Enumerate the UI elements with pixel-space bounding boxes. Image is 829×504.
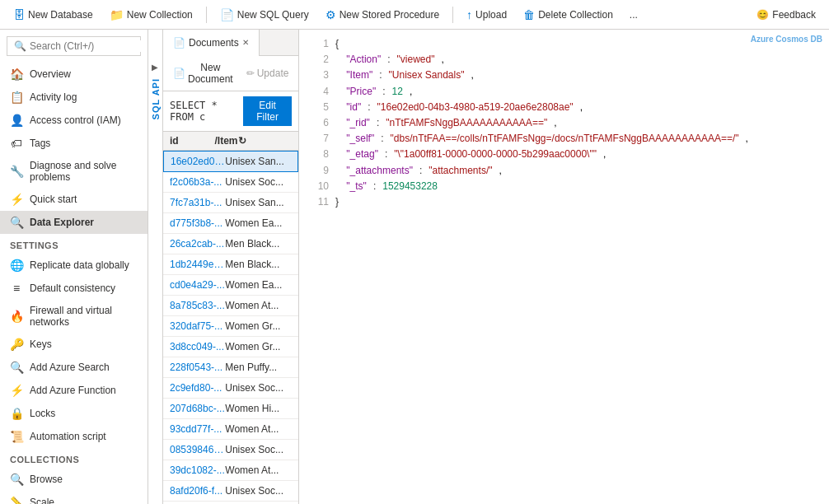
refresh-icon[interactable]: ↻ xyxy=(238,135,292,147)
new-database-button[interactable]: 🗄 New Database xyxy=(7,5,100,25)
json-line-5: 5 "id": "16e02ed0-04b3-4980-a519-20ae6e2… xyxy=(312,100,816,115)
expand-arrow[interactable]: ▶ xyxy=(152,63,158,72)
table-row[interactable]: d775f3b8-... Women Ea... xyxy=(163,213,298,234)
table-row[interactable]: 2c9efd80-... Unisex Soc... xyxy=(163,378,298,399)
json-line-6: 6 "_rid": "nTtFAMFsNggBAAAAAAAAAAA==", xyxy=(312,115,816,131)
new-document-button[interactable]: 📄 New Document xyxy=(168,59,238,87)
keys-icon: 🔑 xyxy=(10,338,23,351)
collections-section-label: COLLECTIONS xyxy=(0,448,148,468)
sidebar-item-azure-search[interactable]: 🔍 Add Azure Search xyxy=(0,356,148,379)
table-row[interactable]: 16e02ed0-... Unisex San... xyxy=(163,151,298,172)
query-text: SELECT * FROM c xyxy=(170,100,238,123)
feedback-icon: 😊 xyxy=(756,9,769,21)
table-row[interactable]: cd0e4a29-... Women Ea... xyxy=(163,275,298,296)
delete-collection-button[interactable]: 🗑 Delete Collection xyxy=(517,5,620,25)
sidebar-item-firewall[interactable]: 🔥 Firewall and virtual networks xyxy=(0,300,148,333)
overview-icon: 🏠 xyxy=(10,68,23,81)
table-row[interactable]: 3d8cc049-... Women Gr... xyxy=(163,337,298,357)
sidebar: 🔍 🏠 Overview 📋 Activity log 👤 Access con… xyxy=(0,30,148,504)
sidebar-item-scale[interactable]: 📏 Scale xyxy=(0,491,148,504)
search-box[interactable]: 🔍 xyxy=(7,36,141,56)
new-document-icon: 📄 xyxy=(173,68,185,79)
json-line-2: 2 "Action": "viewed", xyxy=(312,52,816,68)
sidebar-item-overview[interactable]: 🏠 Overview xyxy=(0,63,148,86)
sidebar-item-diagnose[interactable]: 🔧 Diagnose and solve problems xyxy=(0,155,148,188)
documents-tab-close[interactable]: ✕ xyxy=(242,38,249,47)
json-panel: Azure Cosmos DB 1 { 2 "Action": "viewed"… xyxy=(299,30,829,504)
update-button[interactable]: ✏ Update xyxy=(241,65,294,82)
table-row[interactable]: 320daf75-... Women Gr... xyxy=(163,316,298,337)
edit-filter-button[interactable]: Edit Filter xyxy=(243,96,292,126)
sidebar-item-activity-log[interactable]: 📋 Activity log xyxy=(0,86,148,109)
query-bar: SELECT * FROM c Edit Filter xyxy=(163,91,298,132)
more-options-button[interactable]: ... xyxy=(623,6,644,24)
top-toolbar: 🗄 New Database 📁 New Collection 📄 New SQ… xyxy=(0,0,829,30)
table-row[interactable]: 8afd20f6-f... Unisex Soc... xyxy=(163,481,298,502)
data-explorer-icon: 🔍 xyxy=(10,216,23,229)
search-input[interactable] xyxy=(30,40,148,52)
table-row[interactable]: 7fc7a31b-... Unisex San... xyxy=(163,193,298,213)
docs-list: 16e02ed0-... Unisex San... f2c06b3a-... … xyxy=(163,151,298,504)
sidebar-item-access-control[interactable]: 👤 Access control (IAM) xyxy=(0,109,148,132)
diagnose-icon: 🔧 xyxy=(10,165,23,178)
table-row[interactable]: 228f0543-... Men Puffy... xyxy=(163,357,298,378)
docs-tabs: 📄 Documents ✕ xyxy=(163,30,298,56)
json-line-7: 7 "_self": "dbs/nTtFAA==/colls/nTtFAMFsN… xyxy=(312,131,816,147)
access-control-icon: 👤 xyxy=(10,114,23,127)
table-row[interactable]: 08539846-... Unisex Soc... xyxy=(163,440,298,460)
stored-procedure-icon: ⚙ xyxy=(326,8,336,21)
sidebar-item-locks[interactable]: 🔒 Locks xyxy=(0,402,148,425)
table-row[interactable]: 207d68bc-... Women Hi... xyxy=(163,399,298,419)
new-collection-button[interactable]: 📁 New Collection xyxy=(103,5,199,25)
new-collection-icon: 📁 xyxy=(110,8,124,21)
feedback-button[interactable]: 😊 Feedback xyxy=(750,6,822,24)
divider-1 xyxy=(206,7,207,23)
sidebar-item-quick-start[interactable]: ⚡ Quick start xyxy=(0,188,148,211)
table-row[interactable]: f2c06b3a-... Unisex Soc... xyxy=(163,172,298,193)
json-editor: Azure Cosmos DB 1 { 2 "Action": "viewed"… xyxy=(299,30,829,504)
sql-api-label: SQL API xyxy=(151,78,161,119)
json-line-9: 9 "_attachments": "attachments/", xyxy=(312,163,816,179)
documents-tab[interactable]: 📄 Documents ✕ xyxy=(163,30,260,56)
sidebar-item-data-explorer[interactable]: 🔍 Data Explorer xyxy=(0,211,148,234)
sidebar-item-automation[interactable]: 📜 Automation script xyxy=(0,425,148,448)
table-row[interactable]: 26ca2cab-... Men Black... xyxy=(163,234,298,254)
documents-tab-icon: 📄 xyxy=(173,37,185,49)
sidebar-item-consistency[interactable]: ≡ Default consistency xyxy=(0,277,148,300)
docs-list-header: id /Item ↻ xyxy=(163,132,298,151)
json-line-4: 4 "Price": 12, xyxy=(312,84,816,100)
sidebar-item-azure-function[interactable]: ⚡ Add Azure Function xyxy=(0,379,148,402)
docs-toolbar: 📄 New Document ✏ Update ↩ Discard 📄 Dele… xyxy=(163,56,298,91)
sidebar-nav: 🏠 Overview 📋 Activity log 👤 Access contr… xyxy=(0,63,148,504)
sidebar-item-browse[interactable]: 🔍 Browse xyxy=(0,468,148,491)
consistency-icon: ≡ xyxy=(10,282,23,295)
json-line-3: 3 "Item": "Unisex Sandals", xyxy=(312,68,816,83)
json-line-8: 8 "_etag": "\"1a00ff81-0000-0000-0000-5b… xyxy=(312,147,816,162)
sidebar-item-replicate[interactable]: 🌐 Replicate data globally xyxy=(0,254,148,277)
scale-icon: 📏 xyxy=(10,496,23,504)
sidebar-item-tags[interactable]: 🏷 Tags xyxy=(0,132,148,155)
delete-collection-icon: 🗑 xyxy=(523,8,535,21)
table-row[interactable]: 8a785c83-... Women At... xyxy=(163,296,298,316)
divider-2 xyxy=(452,7,453,23)
main-layout: 🔍 🏠 Overview 📋 Activity log 👤 Access con… xyxy=(0,30,829,504)
sql-api-panel[interactable]: ▶ SQL API xyxy=(148,30,163,504)
upload-icon: ↑ xyxy=(466,8,472,21)
sidebar-item-keys[interactable]: 🔑 Keys xyxy=(0,333,148,356)
update-icon: ✏ xyxy=(246,68,255,79)
json-line-10: 10 "_ts": 1529453228 xyxy=(312,179,816,194)
table-row[interactable]: 1db2449e-... Men Black... xyxy=(163,254,298,275)
json-line-11: 11 } xyxy=(312,194,816,210)
new-stored-procedure-button[interactable]: ⚙ New Stored Procedure xyxy=(319,5,446,25)
settings-section-label: SETTINGS xyxy=(0,234,148,254)
automation-icon: 📜 xyxy=(10,430,23,443)
activity-log-icon: 📋 xyxy=(10,91,23,104)
azure-search-icon: 🔍 xyxy=(10,361,23,374)
new-database-icon: 🗄 xyxy=(13,8,25,21)
table-row[interactable]: 93cdd77f-... Women At... xyxy=(163,419,298,440)
json-line-1: 1 { xyxy=(312,36,816,52)
new-sql-query-button[interactable]: 📄 New SQL Query xyxy=(213,5,316,25)
upload-button[interactable]: ↑ Upload xyxy=(460,5,513,25)
firewall-icon: 🔥 xyxy=(10,310,23,323)
table-row[interactable]: 39dc1082-... Women At... xyxy=(163,460,298,481)
